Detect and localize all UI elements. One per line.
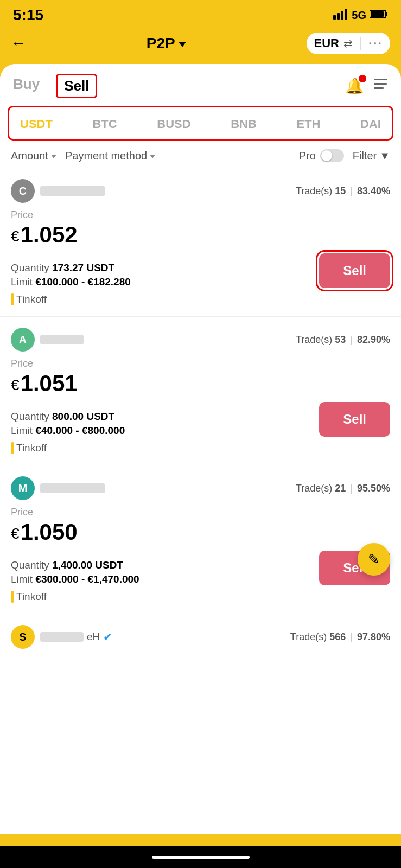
main-card: Buy Sell 🔔 · USDT BTC BUSD BNB ETH DAI <box>0 64 401 834</box>
username-blur-2 <box>40 335 84 344</box>
buy-sell-tabs: Buy Sell <box>13 74 97 98</box>
filter-icon: ▼ <box>379 150 390 162</box>
listing-header-2: A Trade(s) 53 | 82.90% <box>11 328 390 352</box>
user-stats-4: Trade(s) 566 | 97.80% <box>290 631 390 643</box>
user-info-4: S eH ✔ <box>11 625 112 649</box>
network-label: 5G <box>352 9 366 22</box>
p2p-dropdown-arrow <box>179 42 186 47</box>
crypto-tab-row: USDT BTC BUSD BNB ETH DAI <box>8 106 393 141</box>
status-bar: 5:15 5G <box>0 0 401 27</box>
filter-button[interactable]: Filter ▼ <box>353 150 390 162</box>
avatar-4: S <box>11 625 35 649</box>
signal-icon <box>333 9 348 22</box>
crypto-tab-usdt[interactable]: USDT <box>20 115 53 133</box>
verified-icon-4: ✔ <box>103 630 112 643</box>
nav-divider <box>360 37 361 50</box>
pro-toggle[interactable] <box>320 149 344 162</box>
trades-label-4: Trade(s) 566 <box>290 631 346 643</box>
payment-name-1: Tinkoff <box>16 293 47 305</box>
price-label-3: Price <box>11 507 390 518</box>
sell-button-1[interactable]: Sell <box>319 253 390 288</box>
payment-tag-2: Tinkoff <box>11 442 47 454</box>
listing-details-1: Quantity 173.27 USDT Limit €100.000 - €1… <box>11 253 390 288</box>
crypto-tab-btc[interactable]: BTC <box>92 115 117 133</box>
tab-action-icons: 🔔 · <box>345 76 388 95</box>
nav-right-group[interactable]: EUR ⇄ ··· <box>307 33 390 54</box>
battery-icon <box>370 9 388 22</box>
quantity-line-3: Quantity 1,400.00 USDT <box>11 559 139 571</box>
listing-details-3: Quantity 1,400.00 USDT Limit €300.000 - … <box>11 551 390 585</box>
svg-rect-6 <box>371 11 384 17</box>
listing-details-2: Quantity 800.00 USDT Limit €40.000 - €80… <box>11 402 390 437</box>
listing-info-2: Quantity 800.00 USDT Limit €40.000 - €80… <box>11 411 125 437</box>
orders-icon[interactable] <box>373 76 388 95</box>
limit-line-1: Limit €100.000 - €182.280 <box>11 276 131 288</box>
trades-label-3: Trade(s) 21 <box>296 483 346 494</box>
filter-label: Filter <box>353 150 377 162</box>
payment-name-3: Tinkoff <box>16 591 47 603</box>
username-wrap-4: eH ✔ <box>40 630 112 643</box>
payment-dot-3 <box>11 591 14 603</box>
payment-tag-1: Tinkoff <box>11 293 47 305</box>
svg-rect-7 <box>374 79 387 80</box>
payment-arrow-icon <box>150 155 155 158</box>
user-stats-3: Trade(s) 21 | 95.50% <box>296 483 390 494</box>
quantity-line-2: Quantity 800.00 USDT <box>11 411 125 423</box>
crypto-tab-dai[interactable]: DAI <box>360 115 381 133</box>
listing-info-3: Quantity 1,400.00 USDT Limit €300.000 - … <box>11 559 139 585</box>
svg-rect-8 <box>374 83 387 85</box>
notification-icon[interactable]: 🔔 · <box>345 77 364 95</box>
pro-toggle-wrap: Pro <box>299 149 344 162</box>
notification-badge: · <box>359 75 366 82</box>
username-blur-1 <box>40 186 105 196</box>
listing-info-1: Quantity 173.27 USDT Limit €100.000 - €1… <box>11 262 131 288</box>
listing-card-1: C Trade(s) 15 | 83.40% Price €1.052 Quan… <box>0 168 401 317</box>
payment-dot-1 <box>11 293 14 305</box>
username-blur-3 <box>40 483 105 493</box>
limit-line-3: Limit €300.000 - €1,470.000 <box>11 573 139 585</box>
crypto-tab-eth[interactable]: ETH <box>297 115 321 133</box>
user-stats-2: Trade(s) 53 | 82.90% <box>296 334 390 346</box>
more-button[interactable]: ··· <box>368 36 383 51</box>
home-indicator <box>152 856 250 859</box>
svg-rect-0 <box>333 15 336 20</box>
price-label-1: Price <box>11 209 390 221</box>
payment-tag-3: Tinkoff <box>11 591 47 603</box>
tab-buy[interactable]: Buy <box>13 76 40 96</box>
currency-symbol-3: € <box>11 525 20 542</box>
fab-edit-button[interactable]: ✎ <box>358 543 390 576</box>
user-info-2: A <box>11 328 84 352</box>
status-icons: 5G <box>333 9 388 22</box>
pro-label: Pro <box>299 150 316 162</box>
avatar-1: C <box>11 179 35 203</box>
payment-method-label: Payment method <box>65 150 147 162</box>
svg-rect-3 <box>345 9 347 20</box>
rate-label-3: 95.50% <box>357 483 390 494</box>
price-value-3: €1.050 <box>11 519 390 545</box>
username-blur-4a <box>40 632 84 642</box>
price-value-2: €1.051 <box>11 371 390 397</box>
amount-filter[interactable]: Amount <box>11 150 56 162</box>
svg-rect-9 <box>374 87 384 89</box>
tab-sell[interactable]: Sell <box>56 74 97 98</box>
fab-edit-icon: ✎ <box>368 551 380 568</box>
back-button[interactable]: ← <box>11 35 26 52</box>
user-stats-1: Trade(s) 15 | 83.40% <box>296 186 390 197</box>
svg-rect-5 <box>386 12 387 16</box>
nav-title: P2P <box>147 35 175 52</box>
svg-rect-1 <box>337 13 340 20</box>
rate-label-2: 82.90% <box>357 334 390 346</box>
bottom-bar <box>0 846 401 868</box>
nav-title-wrap[interactable]: P2P <box>147 35 186 52</box>
toggle-thumb <box>321 150 332 161</box>
listing-card-3: M Trade(s) 21 | 95.50% Price €1.050 Quan… <box>0 465 401 614</box>
payment-method-filter[interactable]: Payment method <box>65 150 155 162</box>
avatar-2: A <box>11 328 35 352</box>
amount-arrow-icon <box>51 155 56 158</box>
crypto-tab-busd[interactable]: BUSD <box>157 115 190 133</box>
username-extra-4: eH <box>87 631 100 643</box>
trades-label-2: Trade(s) 53 <box>296 334 346 346</box>
sell-button-2[interactable]: Sell <box>319 402 390 437</box>
crypto-tab-bnb[interactable]: BNB <box>231 115 257 133</box>
user-info-3: M <box>11 476 105 500</box>
